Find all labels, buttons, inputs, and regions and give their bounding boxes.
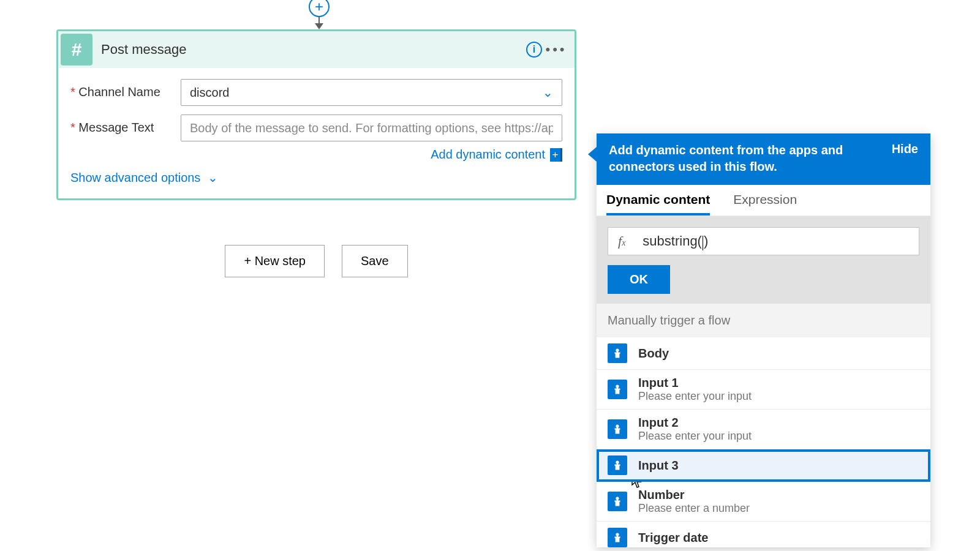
tab-expression[interactable]: Expression bbox=[733, 192, 797, 216]
flow-trigger-icon bbox=[608, 528, 627, 547]
expression-input[interactable]: fx substring() bbox=[608, 227, 919, 255]
dynamic-item-input-1[interactable]: Input 1Please enter your input bbox=[597, 370, 930, 410]
dynamic-item-desc: Please enter a number bbox=[638, 502, 750, 515]
fx-icon: fx bbox=[618, 233, 625, 249]
flow-trigger-icon bbox=[608, 455, 627, 475]
more-button[interactable]: ••• bbox=[545, 39, 567, 61]
footer-buttons: + New step Save bbox=[56, 245, 576, 277]
plus-icon: + bbox=[309, 0, 330, 17]
dynamic-item-name: Input 1 bbox=[638, 376, 752, 390]
tab-dynamic-content[interactable]: Dynamic content bbox=[606, 192, 710, 216]
dynamic-content-list: BodyInput 1Please enter your inputInput … bbox=[597, 337, 930, 547]
connector-icon: # bbox=[61, 34, 92, 66]
field-message-text: * Message Text bbox=[70, 114, 562, 141]
flow-trigger-icon bbox=[608, 492, 627, 511]
save-button[interactable]: Save bbox=[342, 245, 408, 277]
add-step-connector[interactable]: + bbox=[309, 0, 330, 28]
card-header[interactable]: # Post message i ••• bbox=[58, 31, 575, 68]
message-input[interactable] bbox=[181, 114, 562, 141]
dynamic-item-body[interactable]: Body bbox=[597, 337, 930, 370]
expression-text: substring() bbox=[643, 233, 708, 249]
add-dynamic-content-link[interactable]: Add dynamic content bbox=[431, 148, 545, 162]
section-manually-trigger: Manually trigger a flow bbox=[597, 304, 930, 337]
dynamic-item-name: Body bbox=[638, 347, 669, 361]
field-channel-name: * Channel Name discord ⌄ bbox=[70, 79, 562, 106]
hide-button[interactable]: Hide bbox=[892, 142, 918, 175]
flyout-intro: Add dynamic content from the apps and co… bbox=[609, 142, 883, 175]
flyout-tabs: Dynamic content Expression bbox=[597, 185, 930, 216]
add-dynamic-content-row: Add dynamic content + bbox=[181, 148, 562, 162]
message-label: * Message Text bbox=[70, 114, 181, 135]
dynamic-item-trigger-date[interactable]: Trigger date bbox=[597, 522, 930, 547]
chevron-down-icon: ⌄ bbox=[208, 170, 218, 185]
info-icon: i bbox=[526, 42, 542, 58]
dynamic-item-number[interactable]: NumberPlease enter a number bbox=[597, 482, 930, 522]
ellipsis-icon: ••• bbox=[545, 42, 567, 58]
show-advanced-options[interactable]: Show advanced options ⌄ bbox=[70, 170, 562, 185]
arrow-down-icon bbox=[318, 17, 320, 28]
expression-editor-zone: fx substring() OK bbox=[597, 216, 930, 304]
dynamic-item-name: Input 2 bbox=[638, 416, 752, 430]
flow-trigger-icon bbox=[608, 380, 627, 399]
card-title: Post message bbox=[101, 42, 523, 58]
new-step-button[interactable]: + New step bbox=[225, 245, 325, 277]
dynamic-item-desc: Please enter your input bbox=[638, 390, 752, 403]
flow-trigger-icon bbox=[608, 343, 627, 363]
hash-icon: # bbox=[72, 39, 82, 60]
dynamic-item-desc: Please enter your input bbox=[638, 430, 752, 443]
channel-value: discord bbox=[190, 86, 229, 100]
action-card-post-message: # Post message i ••• * Channel Name disc… bbox=[56, 29, 576, 200]
flyout-header: Add dynamic content from the apps and co… bbox=[597, 133, 930, 185]
dynamic-content-flyout: Add dynamic content from the apps and co… bbox=[597, 133, 930, 547]
chevron-down-icon: ⌄ bbox=[543, 85, 553, 100]
dynamic-item-name: Number bbox=[638, 488, 750, 502]
dynamic-item-input-3[interactable]: Input 3 bbox=[597, 449, 930, 482]
channel-label: * Channel Name bbox=[70, 79, 181, 99]
channel-select[interactable]: discord ⌄ bbox=[181, 79, 562, 106]
dynamic-item-input-2[interactable]: Input 2Please enter your input bbox=[597, 410, 930, 449]
ok-button[interactable]: OK bbox=[608, 265, 670, 294]
message-text-field[interactable] bbox=[190, 121, 553, 135]
info-button[interactable]: i bbox=[523, 39, 545, 61]
dynamic-item-name: Trigger date bbox=[638, 531, 708, 545]
dynamic-item-name: Input 3 bbox=[638, 459, 679, 473]
flow-trigger-icon bbox=[608, 419, 627, 439]
add-dynamic-plus-icon[interactable]: + bbox=[550, 148, 562, 162]
